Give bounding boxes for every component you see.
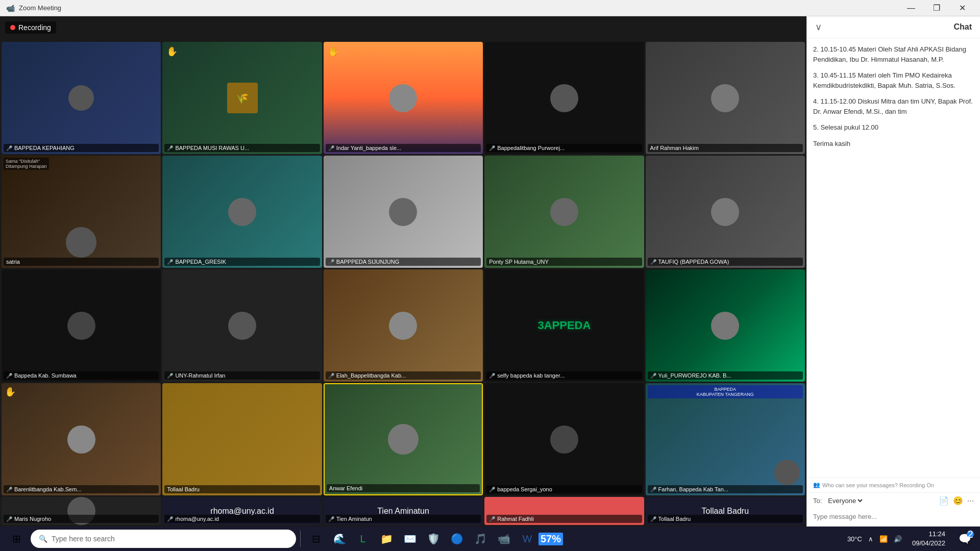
chat-more-button[interactable]: ···: [967, 496, 974, 506]
table-row: 🎤 BAPPPEDA SIJUNJUNG: [324, 156, 483, 268]
taskbar-search[interactable]: 🔍 Type here to search: [31, 530, 296, 548]
clock-date: 09/04/2022: [912, 539, 945, 548]
taskbar-pinned-apps: ⊟ 🌊 L 📁 ✉️ 🛡️ 🔵 🎵 📹 W 57%: [305, 529, 562, 549]
participant-label: 🎤 BAPPEDA KEPAHIANG: [4, 144, 159, 152]
mail-button[interactable]: ✉️: [399, 529, 421, 549]
message-text: 4. 11.15-12.00 Diskusi Mitra dan tim UNY…: [813, 97, 973, 115]
table-row: 3APPEDA 🎤 selfy bappeda kab tanger...: [484, 269, 644, 382]
chat-messages: 2. 10.15-10.45 Materi Oleh Staf Ahli APK…: [807, 38, 980, 477]
malware-button[interactable]: 🛡️: [422, 529, 445, 549]
chrome-button[interactable]: 🔵: [446, 529, 468, 549]
task-view-button[interactable]: ⊟: [305, 529, 327, 549]
participant-label: Ponty SP Hutama_UNY: [486, 258, 642, 266]
chat-input[interactable]: [813, 513, 974, 520]
taskbar: ⊞ 🔍 Type here to search ⊟ 🌊 L 📁 ✉️ 🛡️ 🔵 …: [0, 527, 980, 551]
mute-icon: 🎤: [650, 516, 656, 522]
maximize-button[interactable]: ❐: [925, 0, 948, 16]
table-row: 🎤 BAPPEDA_GRESIK: [162, 156, 322, 268]
edge-button[interactable]: 🌊: [328, 529, 351, 549]
raise-hand-icon: ✋: [166, 46, 178, 57]
spotify-button[interactable]: 🎵: [469, 529, 492, 549]
mute-icon: 🎤: [167, 373, 173, 379]
windows-icon: ⊞: [12, 533, 21, 545]
mute-icon: 🎤: [650, 373, 656, 379]
table-row: ✋ 🎤 Barenlitbangda Kab.Sem...: [2, 383, 161, 495]
participant-label: Tollaal Badru: [164, 485, 320, 493]
message-text: 3. 10.45-11.15 Materi oleh Tim PMO Kedai…: [813, 71, 955, 89]
participant-label: 🎤 Elah_Bappelitbangda Kab...: [326, 371, 481, 380]
close-button[interactable]: ✕: [950, 0, 974, 16]
mute-icon: 🎤: [328, 145, 334, 151]
chat-emoji-button[interactable]: 😊: [953, 496, 963, 506]
participant-label: 🎤 BAPPEDA MUSI RAWAS U...: [164, 144, 320, 152]
participant-label: satria: [4, 258, 159, 266]
word-button[interactable]: W: [516, 529, 538, 549]
file-explorer-button[interactable]: 📁: [375, 529, 398, 549]
taskbar-divider: [300, 531, 301, 547]
chat-notice: 👥 Who can see your messages? Recording O…: [807, 477, 980, 492]
mute-icon: 🎤: [6, 145, 12, 151]
clock-time: 11:24: [912, 530, 945, 539]
participant-label: Arif Rahman Hakim: [648, 144, 803, 152]
table-row: 🎤 UNY-Rahmatul Irfan: [162, 269, 322, 382]
table-row: Anwar Efendi: [324, 383, 483, 495]
table-row: 🎤 Yuli_PURWOREJO KAB. B...: [646, 269, 805, 382]
recording-badge: Recording: [5, 21, 56, 34]
speaker-icon[interactable]: 🔊: [892, 534, 904, 544]
chat-title: Chat: [953, 22, 972, 32]
mute-icon: 🎤: [328, 259, 334, 265]
participant-label: 🎤 Yuli_PURWOREJO KAB. B...: [648, 371, 803, 380]
minimize-button[interactable]: —: [899, 0, 923, 16]
wifi-icon: 📶: [877, 534, 890, 544]
chat-to-select[interactable]: Everyone: [826, 496, 864, 505]
notification-center-button[interactable]: 🗨️ 2: [953, 529, 976, 549]
recording-dot: [10, 25, 15, 30]
participant-label: 🎤 UNY-Rahmatul Irfan: [164, 371, 320, 380]
mail-icon: ✉️: [404, 533, 416, 545]
chevron-up-icon[interactable]: ∧: [866, 534, 875, 544]
spotify-icon: 🎵: [474, 533, 487, 545]
participant-label: 🎤 rhoma@uny.ac.id: [164, 515, 320, 523]
word-icon: W: [523, 533, 532, 545]
main-layout: Recording 🎤 BAPPEDA KEPAHIANG 🌾: [0, 16, 980, 527]
lexmark-button[interactable]: L: [352, 529, 374, 549]
mute-icon: 🎤: [489, 516, 495, 522]
table-row: rhoma@uny.ac.id 🎤 rhoma@uny.ac.id: [162, 497, 322, 525]
title-bar: 📹 Zoom Meeting — ❐ ✕: [0, 0, 980, 16]
battery-badge: 57%: [538, 533, 563, 545]
participant-label: 🎤 TAUFIQ (BAPPEDA GOWA): [648, 258, 803, 266]
chat-message: 5. Selesai pukul 12.00: [813, 122, 974, 133]
zoom-icon: 📹: [498, 533, 510, 545]
table-row: Tien Aminatun 🎤 Tien Aminatun: [324, 497, 483, 525]
chat-message: 4. 11.15-12.00 Diskusi Mitra dan tim UNY…: [813, 96, 974, 116]
mute-icon: 🎤: [328, 516, 334, 522]
zoom-button[interactable]: 📹: [493, 529, 515, 549]
mute-icon: 🎤: [489, 487, 495, 492]
participant-label: 🎤 Farhan, Bappeda Kab Tan...: [648, 485, 803, 493]
lexmark-icon: L: [360, 533, 365, 545]
video-area: Recording 🎤 BAPPEDA KEPAHIANG 🌾: [0, 16, 806, 527]
table-row: Tollaal Badru: [162, 383, 322, 495]
participant-label: Anwar Efendi: [327, 484, 480, 492]
battery-taskbar[interactable]: 57%: [540, 529, 562, 549]
participant-label: 🎤 BAPPPEDA SIJUNJUNG: [326, 258, 481, 266]
table-row: 🎤 Indar Yanti_bappeda sle... ✋: [324, 42, 483, 154]
system-clock[interactable]: 11:24 09/04/2022: [908, 530, 949, 548]
chat-message: Terima kasih: [813, 139, 974, 149]
mute-icon: 🎤: [167, 516, 173, 522]
mute-icon: 🎤: [167, 145, 173, 151]
start-button[interactable]: ⊞: [4, 529, 29, 549]
participant-label: 🎤 BAPPEDA_GRESIK: [164, 258, 320, 266]
table-row: 🎤 Maris Nugroho: [2, 497, 161, 525]
mute-icon: 🎤: [6, 487, 12, 492]
chat-collapse-button[interactable]: ∨: [815, 21, 822, 33]
chat-file-button[interactable]: 📄: [939, 496, 949, 506]
file-explorer-icon: 📁: [380, 533, 393, 545]
table-row: 🎤 Rahmat Fadhli: [484, 497, 644, 525]
notification-count: 2: [967, 531, 974, 538]
participant-label: 🎤 Maris Nugroho: [4, 515, 159, 523]
chat-actions: 📄 😊 ···: [939, 496, 974, 506]
video-grid: 🎤 BAPPEDA KEPAHIANG 🌾 🎤 BAPPEDA MUSI RAW…: [0, 16, 806, 527]
chrome-icon: 🔵: [451, 533, 463, 545]
message-text: 2. 10.15-10.45 Materi Oleh Staf Ahli APK…: [813, 45, 966, 63]
